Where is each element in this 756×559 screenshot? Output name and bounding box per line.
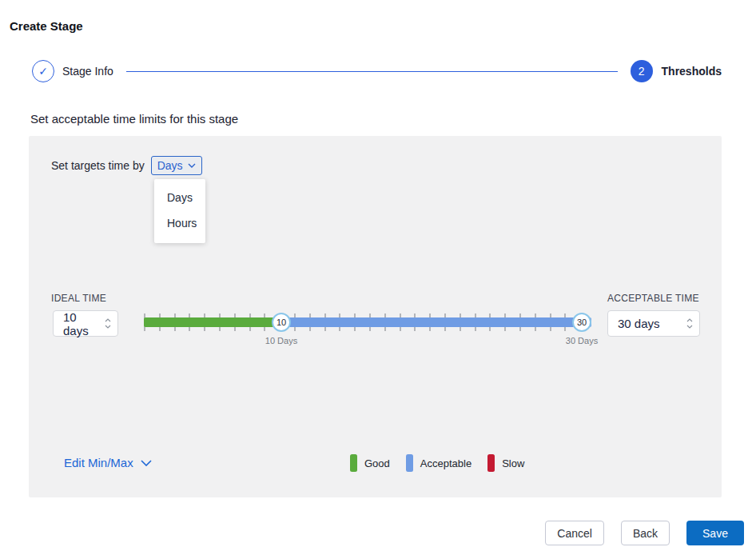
chevron-up-icon: [686, 318, 693, 322]
slider-label-acceptable: 30 Days: [558, 336, 606, 345]
legend-item-slow: Slow: [487, 454, 524, 472]
step-number: 2: [639, 65, 645, 78]
legend-label-slow: Slow: [502, 457, 524, 469]
legend-swatch-slow: [487, 454, 495, 472]
ideal-time-label: IDEAL TIME: [51, 293, 106, 304]
chevron-down-icon: [105, 325, 111, 329]
step-thresholds-label: Thresholds: [662, 65, 722, 78]
acceptable-time-input[interactable]: 30 days: [607, 310, 700, 337]
slider-segment-good: [144, 317, 281, 327]
stepper-connector-line: [126, 71, 618, 72]
acceptable-time-stepper[interactable]: [686, 318, 693, 329]
set-targets-row: Set targets time by Days: [51, 154, 202, 178]
section-heading: Set acceptable time limits for this stag…: [30, 112, 238, 126]
chevron-down-icon: [188, 163, 196, 168]
legend-label-good: Good: [364, 457, 390, 469]
footer-actions: Cancel Back Save: [545, 521, 744, 545]
stepper: ✓ Stage Info 2 Thresholds: [32, 60, 722, 82]
legend-item-good: Good: [350, 454, 390, 472]
edit-minmax-label: Edit Min/Max: [64, 456, 133, 469]
slider-handle-ideal-value: 10: [277, 317, 286, 327]
step-stage-info-label: Stage Info: [62, 65, 113, 78]
unit-selected-value: Days: [157, 159, 183, 172]
legend-label-acceptable: Acceptable: [420, 457, 472, 469]
legend: Good Acceptable Slow: [350, 454, 524, 472]
unit-option-hours[interactable]: Hours: [154, 210, 205, 236]
slider-handle-acceptable-value: 30: [577, 317, 587, 327]
legend-swatch-acceptable: [406, 454, 413, 472]
threshold-slider: 10 30 10 Days 30 Days: [144, 313, 591, 350]
acceptable-time-value: 30 days: [618, 317, 660, 330]
unit-option-days[interactable]: Days: [154, 185, 205, 210]
set-targets-label: Set targets time by: [51, 159, 145, 172]
thresholds-panel: Set targets time by Days Days Hours IDEA…: [29, 136, 722, 497]
check-icon: ✓: [38, 65, 48, 78]
slider-handle-ideal[interactable]: 10: [272, 313, 291, 332]
acceptable-time-label: ACCEPTABLE TIME: [607, 293, 699, 304]
chevron-down-icon: [686, 325, 693, 329]
slider-segment-acceptable: [281, 317, 591, 327]
cancel-button[interactable]: Cancel: [545, 521, 604, 545]
page-title: Create Stage: [10, 19, 83, 33]
edit-minmax-link[interactable]: Edit Min/Max: [64, 456, 152, 469]
ideal-time-input[interactable]: 10 days: [53, 310, 118, 337]
save-button[interactable]: Save: [686, 521, 744, 545]
slider-label-ideal: 10 Days: [257, 336, 305, 345]
unit-dropdown-menu: Days Hours: [154, 179, 205, 243]
legend-item-acceptable: Acceptable: [406, 454, 472, 472]
chevron-down-icon: [141, 460, 152, 466]
legend-swatch-good: [350, 454, 357, 472]
step-thresholds-circle[interactable]: 2: [631, 60, 653, 82]
unit-dropdown-trigger[interactable]: Days: [151, 156, 202, 175]
slider-handle-acceptable[interactable]: 30: [572, 313, 591, 332]
ideal-time-value: 10 days: [63, 310, 105, 337]
back-button[interactable]: Back: [621, 521, 670, 545]
chevron-up-icon: [105, 318, 111, 322]
ideal-time-stepper[interactable]: [105, 318, 111, 329]
step-stage-info-circle[interactable]: ✓: [32, 60, 54, 82]
